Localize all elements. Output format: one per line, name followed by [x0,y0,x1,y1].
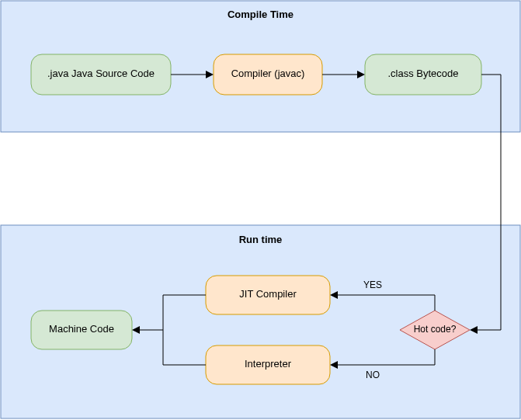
bytecode-label: .class Bytecode [387,68,458,79]
decision-label: Hot code? [414,324,457,335]
interpreter-label: Interpreter [245,358,292,370]
machine-code-label: Machine Code [49,323,114,335]
jit-label: JIT Compiler [239,288,297,300]
source-code-label: .java Java Source Code [47,68,155,79]
no-label: NO [366,370,380,380]
run-time-title: Run time [239,234,283,245]
compiler-label: Compiler (javac) [231,68,305,79]
compile-time-title: Compile Time [228,9,293,20]
flow-diagram: Compile Time .java Java Source Code Comp… [0,0,521,420]
yes-label: YES [363,279,382,290]
